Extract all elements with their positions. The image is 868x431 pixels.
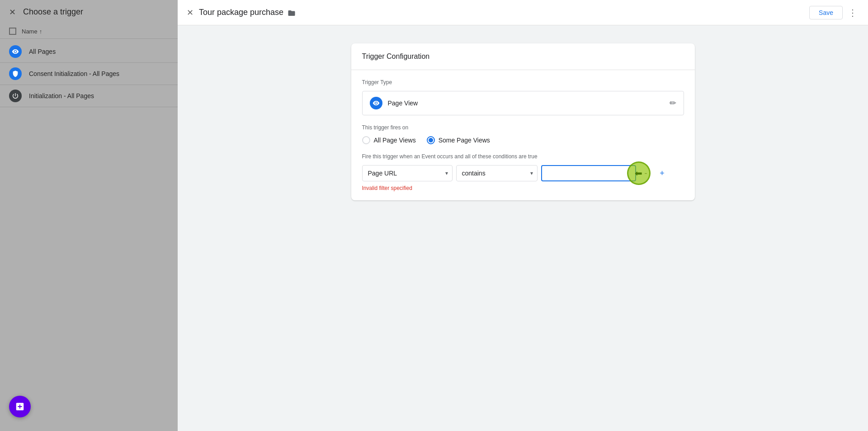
sidebar-sort-row: Name ↑ <box>0 24 178 38</box>
radio-all-label: All Page Views <box>374 137 416 144</box>
trigger-configuration-card: Trigger Configuration Trigger Type Page … <box>351 43 695 200</box>
sidebar-sort-label[interactable]: Name ↑ <box>22 28 42 35</box>
content-body: Trigger Configuration Trigger Type Page … <box>178 25 868 431</box>
eye-icon-trigger <box>373 99 380 107</box>
radio-some-page-views[interactable]: Some Page Views <box>427 136 490 144</box>
trigger-type-label: Page View <box>388 99 664 107</box>
sidebar-item-all-pages-label: All Pages <box>29 48 56 55</box>
radio-some-label: Some Page Views <box>439 137 490 144</box>
shield-icon <box>12 70 19 77</box>
radio-all-page-views[interactable]: All Page Views <box>362 136 416 144</box>
sidebar: ✕ Choose a trigger Name ↑ All Pages <box>0 0 178 431</box>
topbar-actions: Save ⋮ <box>809 5 859 20</box>
sidebar-list: All Pages Consent Initialization - All P… <box>0 39 178 109</box>
eye-icon <box>12 48 19 55</box>
trigger-type-row[interactable]: Page View ✏ <box>362 91 684 115</box>
sidebar-close-icon[interactable]: ✕ <box>9 8 16 16</box>
error-message: Invalid filter specified <box>362 185 684 191</box>
sidebar-item-consent-label: Consent Initialization - All Pages <box>29 70 119 77</box>
sidebar-item-init-label: Initialization - All Pages <box>29 92 94 99</box>
consent-icon <box>9 67 22 80</box>
sidebar-title: Choose a trigger <box>23 7 83 17</box>
more-options-icon[interactable]: ⋮ <box>846 5 859 20</box>
conditions-label: Fire this trigger when an Event occurs a… <box>362 153 684 160</box>
fires-on-radio-group: All Page Views Some Page Views <box>362 136 684 144</box>
condition-value-input[interactable] <box>541 165 636 181</box>
condition-field-select[interactable]: Page URL <box>362 165 453 181</box>
sidebar-item-all-pages[interactable]: All Pages <box>0 41 178 62</box>
save-button[interactable]: Save <box>809 6 843 19</box>
trigger-card-title: Trigger Configuration <box>362 52 430 60</box>
edit-trigger-type-icon[interactable]: ✏ <box>670 98 676 108</box>
sidebar-checkbox[interactable] <box>9 28 16 35</box>
add-condition-button[interactable]: + <box>656 167 669 180</box>
topbar-title: Tour package purchase <box>199 8 804 17</box>
sidebar-header: ✕ Choose a trigger <box>0 0 178 24</box>
add-icon <box>15 402 25 412</box>
radio-some-circle[interactable] <box>427 136 435 144</box>
topbar-close-icon[interactable]: ✕ <box>187 9 193 17</box>
init-icon <box>9 90 22 102</box>
main-content: ✕ Tour package purchase Save ⋮ Trigger C… <box>178 0 868 431</box>
sidebar-divider-4 <box>0 107 178 107</box>
all-pages-icon <box>9 45 22 58</box>
remove-condition-button[interactable]: - <box>640 167 652 180</box>
fires-on-label: This trigger fires on <box>362 124 684 131</box>
radio-all-circle[interactable] <box>362 136 370 144</box>
trigger-card-body: Trigger Type Page View ✏ This trigger fi… <box>351 70 695 200</box>
trigger-type-section-label: Trigger Type <box>362 79 684 85</box>
condition-operator-select[interactable]: contains <box>456 165 538 181</box>
condition-input-wrapper: ⬅ <box>541 165 636 181</box>
fab-button[interactable] <box>9 396 31 417</box>
power-icon <box>12 92 19 99</box>
condition-row: Page URL contains ⬅ <box>362 165 684 181</box>
page-view-trigger-icon <box>370 97 382 109</box>
topbar: ✕ Tour package purchase Save ⋮ <box>178 0 868 25</box>
sidebar-item-init-all-pages[interactable]: Initialization - All Pages <box>0 85 178 107</box>
trigger-card-header: Trigger Configuration <box>351 43 695 70</box>
condition-operator-wrapper: contains <box>456 165 538 181</box>
condition-field-wrapper: Page URL <box>362 165 453 181</box>
sidebar-item-consent-init[interactable]: Consent Initialization - All Pages <box>0 63 178 85</box>
folder-icon[interactable] <box>288 9 296 16</box>
